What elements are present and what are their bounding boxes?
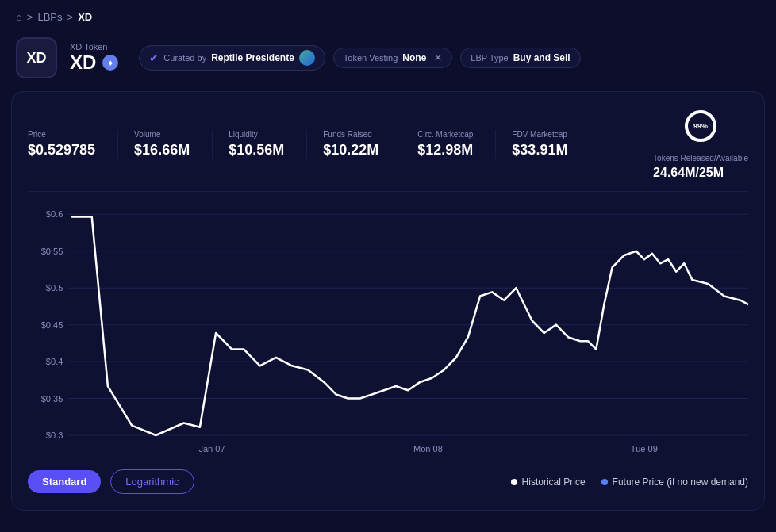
stat-volume: Volume $16.66M bbox=[134, 130, 213, 159]
close-icon[interactable]: ✕ bbox=[434, 52, 442, 63]
legend-historical-label: Historical Price bbox=[522, 477, 586, 488]
svg-text:$0.5: $0.5 bbox=[46, 283, 63, 293]
volume-value: $16.66M bbox=[134, 142, 190, 159]
lbp-type-badge: LBP Type Buy and Sell bbox=[460, 48, 580, 68]
svg-text:$0.4: $0.4 bbox=[46, 357, 63, 366]
liquidity-value: $10.56M bbox=[229, 142, 284, 159]
stat-liquidity: Liquidity $10.56M bbox=[229, 130, 307, 159]
funds-raised-value: $10.22M bbox=[323, 142, 378, 159]
home-icon[interactable]: ⌂ bbox=[16, 11, 22, 23]
stat-fdv-mcap: FDV Marketcap $33.91M bbox=[512, 130, 590, 159]
token-name-block: XD Token XD ♦ bbox=[70, 42, 118, 74]
main-container: Price $0.529785 Volume $16.66M Liquidity… bbox=[11, 91, 765, 511]
token-logo: XD bbox=[16, 37, 57, 78]
svg-text:Mon 08: Mon 08 bbox=[413, 444, 443, 454]
standard-button[interactable]: Standard bbox=[28, 470, 101, 493]
token-vesting-badge: Token Vesting None ✕ bbox=[333, 48, 453, 68]
legend-historical: Historical Price bbox=[511, 477, 586, 488]
tokens-value: 24.64M/25M bbox=[653, 166, 748, 180]
curated-badge: ✔ Curated by Reptile Presidente bbox=[139, 45, 325, 71]
svg-text:$0.6: $0.6 bbox=[46, 209, 63, 219]
svg-text:Tue 09: Tue 09 bbox=[631, 444, 658, 454]
curator-avatar bbox=[299, 50, 315, 66]
chart-legend: Historical Price Future Price (if no new… bbox=[511, 477, 748, 488]
chart-area: $0.6 $0.55 $0.5 $0.45 $0.4 $0.35 $0.3 Ja… bbox=[28, 206, 748, 460]
svg-text:$0.55: $0.55 bbox=[41, 247, 63, 256]
stat-tokens: 99% Tokens Released/Available 24.64M/25M bbox=[653, 108, 748, 180]
volume-label: Volume bbox=[134, 130, 190, 139]
price-chart: $0.6 $0.55 $0.5 $0.45 $0.4 $0.35 $0.3 Ja… bbox=[28, 206, 748, 460]
lbps-link[interactable]: LBPs bbox=[37, 11, 62, 23]
page-header: XD XD Token XD ♦ ✔ Curated by Reptile Pr… bbox=[0, 31, 776, 91]
tokens-progress-circle: 99% bbox=[682, 108, 719, 144]
chart-footer: Standard Logarithmic Historical Price Fu… bbox=[28, 469, 748, 494]
curator-name: Reptile Presidente bbox=[211, 52, 294, 63]
funds-raised-label: Funds Raised bbox=[323, 130, 378, 139]
token-vesting-label: Token Vesting bbox=[344, 53, 398, 63]
logarithmic-button[interactable]: Logarithmic bbox=[110, 469, 194, 494]
check-icon: ✔ bbox=[149, 52, 159, 64]
eth-icon: ♦ bbox=[102, 55, 118, 71]
sep2: > bbox=[67, 11, 74, 23]
legend-future: Future Price (if no new demand) bbox=[601, 477, 748, 488]
stat-price: Price $0.529785 bbox=[28, 130, 118, 159]
current-page: XD bbox=[78, 11, 92, 23]
circ-mcap-label: Circ. Marketcap bbox=[417, 130, 473, 139]
legend-dot-future bbox=[601, 479, 608, 485]
fdv-mcap-label: FDV Marketcap bbox=[512, 130, 567, 139]
svg-text:$0.35: $0.35 bbox=[41, 394, 63, 404]
sep1: > bbox=[27, 11, 33, 23]
curated-label: Curated by bbox=[163, 53, 206, 63]
price-label: Price bbox=[28, 130, 95, 139]
stats-row: Price $0.529785 Volume $16.66M Liquidity… bbox=[28, 108, 748, 192]
stat-circ-mcap: Circ. Marketcap $12.98M bbox=[417, 130, 496, 159]
token-vesting-value: None bbox=[402, 52, 426, 63]
header-badges: ✔ Curated by Reptile Presidente Token Ve… bbox=[139, 45, 580, 71]
legend-dot-historical bbox=[511, 479, 517, 485]
fdv-mcap-value: $33.91M bbox=[512, 142, 567, 159]
lbp-type-label: LBP Type bbox=[471, 53, 508, 63]
svg-text:$0.3: $0.3 bbox=[46, 431, 63, 440]
svg-text:$0.45: $0.45 bbox=[41, 320, 63, 330]
token-name-small: XD Token bbox=[70, 42, 118, 52]
svg-text:Jan 07: Jan 07 bbox=[198, 444, 225, 454]
token-name-big: XD ♦ bbox=[70, 52, 118, 74]
tokens-label: Tokens Released/Available bbox=[653, 154, 748, 163]
liquidity-label: Liquidity bbox=[229, 130, 284, 139]
stat-funds-raised: Funds Raised $10.22M bbox=[323, 130, 401, 159]
price-value: $0.529785 bbox=[28, 142, 95, 159]
legend-future-label: Future Price (if no new demand) bbox=[613, 477, 748, 488]
lbp-type-value: Buy and Sell bbox=[513, 52, 570, 63]
breadcrumb: ⌂ > LBPs > XD bbox=[0, 0, 776, 31]
circ-mcap-value: $12.98M bbox=[417, 142, 473, 159]
tokens-pct: 99% bbox=[693, 122, 708, 130]
